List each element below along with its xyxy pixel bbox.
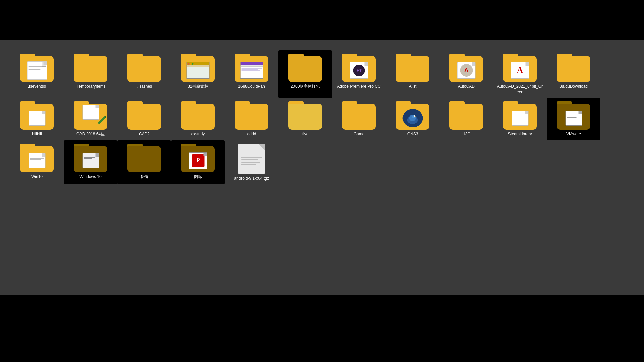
list-item[interactable]: dddd <box>225 98 278 140</box>
item-label: BaiduDownload <box>559 84 588 89</box>
item-label: GNS3 <box>407 132 418 137</box>
bottom-bar <box>0 295 644 362</box>
item-label: CAD2 <box>139 132 150 137</box>
item-label: 备份 <box>140 174 148 180</box>
list-item[interactable]: Alist <box>386 50 439 98</box>
file-grid: .fseventsd .TemporaryItems .Trashes <box>3 47 641 188</box>
svg-point-4 <box>415 116 415 116</box>
item-label: Windows 10 <box>79 174 101 180</box>
item-label: CAD 2018 64位 <box>76 132 105 137</box>
list-item[interactable]: VMware <box>547 98 600 140</box>
list-item[interactable]: .TemporaryItems <box>64 50 117 98</box>
list-item[interactable]: 32书籍意林 <box>171 50 225 98</box>
list-item[interactable]: Win10 <box>10 140 64 185</box>
list-item[interactable]: CAD 2018 64位 <box>64 98 117 140</box>
item-label: .Trashes <box>137 84 152 89</box>
item-label: android-9.1-x64.tgz <box>234 176 269 181</box>
list-item[interactable]: H3C <box>439 98 493 140</box>
list-item[interactable]: A AutoCAD_2021_64bit_Green <box>493 50 547 98</box>
item-label: AutoCAD_2021_64bit_Green <box>496 84 543 95</box>
list-item[interactable]: five <box>278 98 332 140</box>
list-item[interactable]: BaiduDownload <box>547 50 600 98</box>
list-item[interactable]: A AutoCAD <box>439 50 493 98</box>
list-item[interactable]: GNS3 <box>386 98 439 140</box>
item-label: H3C <box>462 132 470 137</box>
list-item[interactable]: .fseventsd <box>10 50 64 98</box>
item-label: 2000款字体打包 <box>291 84 320 89</box>
svg-point-2 <box>412 115 416 118</box>
item-label: AutoCAD <box>458 84 475 89</box>
top-bar <box>0 0 644 40</box>
list-item[interactable]: .Trashes <box>117 50 171 98</box>
svg-marker-5 <box>416 116 417 117</box>
item-label: Win10 <box>31 174 43 180</box>
item-label: SteamLibrary <box>508 132 532 137</box>
item-label: 图标 <box>194 174 202 180</box>
list-item[interactable]: 备份 <box>117 140 171 185</box>
item-label: cxstudy <box>191 132 205 137</box>
list-item[interactable]: SteamLibrary <box>493 98 547 140</box>
list-item[interactable]: Pr Adobe Premiere Pro CC <box>332 50 386 98</box>
item-label: .TemporaryItems <box>75 84 105 89</box>
item-label: five <box>302 132 309 137</box>
list-item[interactable]: cxstudy <box>171 98 225 140</box>
item-label: dddd <box>247 132 256 137</box>
list-item[interactable]: Windows 10 <box>64 140 117 185</box>
item-label: 32书籍意林 <box>187 84 208 89</box>
list-item[interactable]: CAD2 <box>117 98 171 140</box>
item-label: .fseventsd <box>28 84 46 89</box>
list-item[interactable]: bilibili <box>10 98 64 140</box>
item-label: bilibili <box>32 132 42 137</box>
item-label: VMware <box>566 132 581 137</box>
list-item[interactable]: 2000款字体打包 <box>278 50 332 98</box>
list-item[interactable]: android-9.1-x64.tgz <box>225 140 278 185</box>
item-label: 1688CouldPan <box>238 84 265 89</box>
list-item[interactable]: Game <box>332 98 386 140</box>
list-item[interactable]: P 图标 <box>171 140 225 185</box>
item-label: Game <box>354 132 365 137</box>
item-label: Adobe Premiere Pro CC <box>337 84 380 89</box>
list-item[interactable]: 1688CouldPan <box>225 50 278 98</box>
file-area: .fseventsd .TemporaryItems .Trashes <box>0 40 644 295</box>
item-label: Alist <box>409 84 417 89</box>
